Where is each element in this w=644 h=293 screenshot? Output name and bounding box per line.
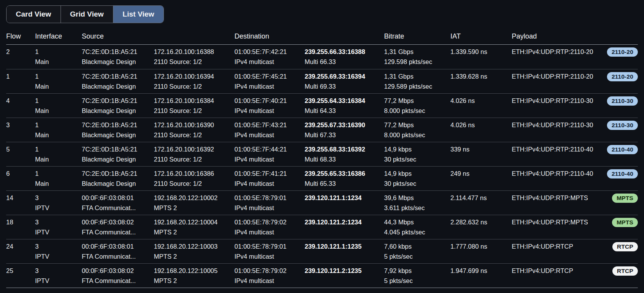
- cell-payload-badge: 2110-20: [605, 47, 638, 67]
- flow-row[interactable]: 18 3 IPTV 00:0F:6F:03:08:02 FTA Communic…: [6, 215, 638, 239]
- column-header-flow: Flow: [6, 32, 35, 40]
- cell-source-ip: 172.16.20.100:16386 2110 Source: 1/2: [154, 168, 234, 189]
- cell-source-mac: 7C:2E:0D:1B:A5:21 Blackmagic Design: [82, 71, 154, 92]
- cell-payload-badge: 2110-30: [605, 96, 638, 116]
- payload-type-badge: 2110-30: [607, 96, 638, 106]
- cell-iat: 2.282.632 ns: [450, 217, 512, 237]
- flow-row[interactable]: 6 1 Main 7C:2E:0D:1B:A5:21 Blackmagic De…: [6, 166, 638, 190]
- cell-interface: 1 Main: [35, 71, 82, 92]
- flow-row[interactable]: 24 3 IPTV 00:0F:6F:03:08:01 FTA Communic…: [6, 239, 638, 263]
- cell-flow-id: 4: [6, 96, 35, 116]
- cell-bitrate: 77,2 Mbps 8.000 pkts/sec: [384, 120, 450, 140]
- cell-payload-badge: 2110-30: [605, 120, 638, 140]
- cell-source-ip: 172.16.20.100:16390 2110 Source: 1/2: [154, 120, 234, 140]
- cell-flow-id: 24: [6, 241, 35, 262]
- cell-source-mac: 00:0F:6F:03:08:01 FTA Communicat...: [82, 241, 154, 262]
- cell-bitrate: 1,31 Gbps 129.598 pkts/sec: [384, 47, 450, 67]
- cell-flow-id: 18: [6, 217, 35, 237]
- cell-iat: 339 ns: [450, 144, 512, 165]
- flow-row[interactable]: 1 1 Main 7C:2E:0D:1B:A5:21 Blackmagic De…: [6, 69, 638, 93]
- cell-payload-badge: MPTS: [605, 193, 638, 213]
- column-header-source: Source: [82, 32, 154, 40]
- cell-payload: ETH:IPv4:UDP:RTP:2110-20: [512, 47, 605, 67]
- cell-payload: ETH:IPv4:UDP:RTCP: [512, 266, 605, 286]
- cell-bitrate: 14,9 kbps 30 pkts/sec: [384, 144, 450, 165]
- cell-iat: 1.339.628 ns: [450, 71, 512, 92]
- payload-type-badge: 2110-40: [607, 169, 638, 178]
- flow-row[interactable]: 25 3 IPTV 00:0F:6F:03:08:02 FTA Communic…: [6, 263, 638, 288]
- cell-destination-ip: 239.120.121.1:1234: [305, 193, 384, 213]
- cell-destination-mac: 01:00:5E:7F:45:21 IPv4 multicast: [234, 71, 305, 92]
- cell-source-ip: 192.168.20.122:10003 MPTS 2: [154, 241, 234, 262]
- cell-source-ip: 172.16.20.100:16384 2110 Source: 1/2: [154, 96, 234, 116]
- cell-destination-mac: 01:00:5E:78:79:02 IPv4 multicast: [234, 266, 305, 286]
- cell-destination-ip: 239.255.69.33:16394 Multi 69.33: [305, 71, 384, 92]
- flow-row[interactable]: 5 1 Main 7C:2E:0D:1B:A5:21 Blackmagic De…: [6, 142, 638, 166]
- flow-row[interactable]: 4 1 Main 7C:2E:0D:1B:A5:21 Blackmagic De…: [6, 93, 638, 118]
- cell-payload-badge: 2110-20: [605, 71, 638, 92]
- cell-source-ip: 192.168.20.122:10005 MPTS 2: [154, 266, 234, 286]
- tab-card-view[interactable]: Card View: [7, 6, 61, 23]
- cell-bitrate: 39,6 Mbps 3.611 pkts/sec: [384, 193, 450, 213]
- tab-grid-view[interactable]: Grid View: [61, 6, 113, 23]
- cell-interface: 3 IPTV: [35, 241, 82, 262]
- cell-payload-badge: 2110-40: [605, 144, 638, 165]
- cell-interface: 3 IPTV: [35, 217, 82, 237]
- column-header-destination: Destination: [234, 32, 305, 40]
- cell-interface: 3 IPTV: [35, 193, 82, 213]
- cell-flow-id: 1: [6, 71, 35, 92]
- cell-flow-id: 3: [6, 120, 35, 140]
- payload-type-badge: 2110-20: [607, 72, 638, 81]
- cell-interface: 1 Main: [35, 168, 82, 189]
- cell-destination-mac: 01:00:5E:78:79:01 IPv4 multicast: [234, 241, 305, 262]
- cell-source-mac: 7C:2E:0D:1B:A5:21 Blackmagic Design: [82, 168, 154, 189]
- cell-source-mac: 7C:2E:0D:1B:A5:21 Blackmagic Design: [82, 144, 154, 165]
- flow-row[interactable]: 14 3 IPTV 00:0F:6F:03:08:01 FTA Communic…: [6, 190, 638, 215]
- cell-source-ip: 192.168.20.122:10002 MPTS 2: [154, 193, 234, 213]
- cell-source-ip: 192.168.20.122:10004 MPTS 2: [154, 217, 234, 237]
- cell-payload: ETH:IPv4:UDP:RTP:2110-40: [512, 144, 605, 165]
- cell-destination-ip: 239.120.121.1:1235: [305, 241, 384, 262]
- cell-destination-ip: 239.120.121.2:1234: [305, 217, 384, 237]
- payload-type-badge: 2110-20: [607, 47, 638, 57]
- payload-type-badge: RTCP: [612, 242, 638, 251]
- cell-iat: 249 ns: [450, 168, 512, 189]
- cell-iat: 2.114.477 ns: [450, 193, 512, 213]
- payload-type-badge: 2110-30: [607, 121, 638, 130]
- flow-row[interactable]: 3 1 Main 7C:2E:0D:1B:A5:21 Blackmagic De…: [6, 118, 638, 142]
- cell-destination-ip: 239.255.64.33:16384 Multi 64.33: [305, 96, 384, 116]
- cell-flow-id: 2: [6, 47, 35, 67]
- cell-source-mac: 00:0F:6F:03:08:02 FTA Communicat...: [82, 266, 154, 286]
- column-header-bitrate: Bitrate: [384, 32, 450, 40]
- cell-destination-ip: 239.255.68.33:16392 Multi 68.33: [305, 144, 384, 165]
- cell-interface: 1 Main: [35, 120, 82, 140]
- cell-flow-id: 5: [6, 144, 35, 165]
- cell-destination-mac: 01:00:5E:78:79:01 IPv4 multicast: [234, 193, 305, 213]
- payload-type-badge: 2110-40: [607, 145, 638, 154]
- table-header-row: Flow Interface Source Destination Bitrat…: [6, 23, 638, 45]
- cell-iat: 1.777.080 ns: [450, 241, 512, 262]
- column-header-payload: Payload: [512, 32, 605, 40]
- cell-destination-mac: 01:00:5E:7F:42:21 IPv4 multicast: [234, 47, 305, 67]
- cell-iat: 1.339.590 ns: [450, 47, 512, 67]
- cell-destination-ip: 239.255.65.33:16386 Multi 65.33: [305, 168, 384, 189]
- cell-bitrate: 44,3 Mbps 4.045 pkts/sec: [384, 217, 450, 237]
- cell-source-mac: 00:0F:6F:03:08:02 FTA Communicat...: [82, 217, 154, 237]
- cell-destination-mac: 01:00:5E:7F:44:21 IPv4 multicast: [234, 144, 305, 165]
- payload-type-badge: MPTS: [612, 194, 638, 203]
- column-header-spacer-1: [154, 32, 234, 40]
- payload-type-badge: MPTS: [612, 218, 638, 227]
- flow-row[interactable]: 2 1 Main 7C:2E:0D:1B:A5:21 Blackmagic De…: [6, 45, 638, 69]
- cell-interface: 1 Main: [35, 96, 82, 116]
- cell-bitrate: 77,2 Mbps 8.000 pkts/sec: [384, 96, 450, 116]
- cell-payload-badge: RTCP: [605, 241, 638, 262]
- cell-flow-id: 6: [6, 168, 35, 189]
- cell-flow-id: 25: [6, 266, 35, 286]
- cell-payload: ETH:IPv4:UDP:RTP:MPTS: [512, 193, 605, 213]
- cell-destination-ip: 239.255.67.33:16390 Multi 67.33: [305, 120, 384, 140]
- tab-list-view[interactable]: List View: [113, 6, 164, 23]
- cell-source-mac: 7C:2E:0D:1B:A5:21 Blackmagic Design: [82, 96, 154, 116]
- column-header-iat: IAT: [450, 32, 512, 40]
- cell-payload-badge: 2110-40: [605, 168, 638, 189]
- cell-iat: 4.026 ns: [450, 120, 512, 140]
